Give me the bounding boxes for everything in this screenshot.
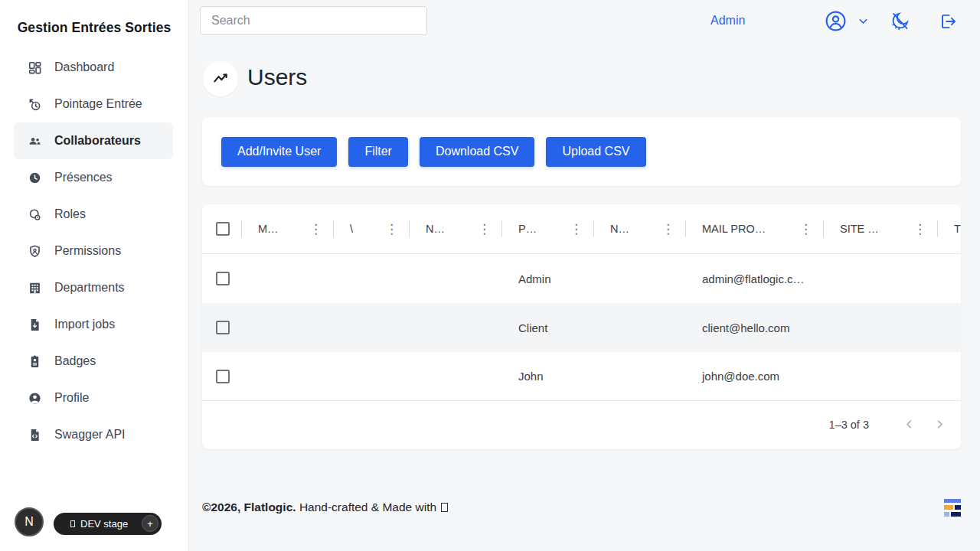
chevron-right-icon — [933, 418, 946, 431]
row-checkbox[interactable] — [216, 272, 230, 285]
sidebar-item-label: Import jobs — [54, 318, 115, 331]
logout-icon — [939, 11, 959, 31]
table-row[interactable]: Admin admin@flatlogic.c… — [202, 254, 961, 303]
missing-glyph-box — [441, 503, 448, 512]
column-header-label: M… — [258, 223, 279, 235]
column-menu-icon[interactable]: ⋮ — [565, 223, 583, 236]
pagination: 1–3 of 3 — [202, 401, 961, 448]
missing-glyph-box — [70, 520, 75, 527]
column-header-label: N… — [426, 223, 445, 235]
theme-toggle-button[interactable] — [890, 11, 910, 31]
footer-brand: Flatlogic. — [244, 500, 296, 514]
cell-name: Client — [501, 303, 593, 352]
add-invite-user-button[interactable]: Add/Invite User — [221, 137, 337, 167]
pagination-range: 1–3 of 3 — [829, 419, 869, 431]
sidebar-item-permissions[interactable]: Permissions — [14, 233, 173, 269]
cell-mail: admin@flatlogic.c… — [685, 254, 823, 303]
dev-avatar-letter: N — [24, 515, 34, 529]
sidebar-item-dashboard[interactable]: Dashboard — [14, 49, 173, 86]
sidebar-item-roles[interactable]: Roles — [14, 196, 173, 233]
sidebar-item-swagger-api[interactable]: Swagger API — [14, 416, 173, 453]
column-header-label: MAIL PRO… — [702, 223, 766, 235]
sidebar-item-label: Swagger API — [54, 428, 126, 442]
search-input[interactable] — [200, 6, 427, 35]
table-header-row: M…⋮ \⋮ N…⋮ P…⋮ N…⋮ MAIL PRO…⋮ SITE …⋮ T⋮ — [202, 204, 961, 254]
sidebar-item-profile[interactable]: Profile — [14, 380, 173, 416]
sidebar-item-collaborateurs[interactable]: Collaborateurs — [14, 122, 173, 159]
column-header-label: T — [954, 223, 961, 235]
sidebar-item-badges[interactable]: Badges — [14, 343, 173, 380]
actions-card: Add/Invite User Filter Download CSV Uplo… — [202, 117, 961, 186]
sidebar-item-label: Permissions — [54, 244, 121, 258]
cell-name: John — [501, 352, 593, 400]
sidebar-item-label: Profile — [54, 391, 89, 405]
sidebar-item-pointage-entree[interactable]: Pointage Entrée — [14, 86, 173, 122]
chevron-down-icon — [857, 15, 870, 28]
column-header-label: \ — [350, 223, 353, 235]
dev-stage-pill[interactable]: DEV stage + — [54, 513, 162, 535]
trending-line-icon — [212, 70, 230, 88]
sidebar-item-label: Roles — [54, 207, 86, 221]
column-menu-icon[interactable]: ⋮ — [305, 223, 322, 236]
row-checkbox[interactable] — [216, 370, 230, 383]
sidebar-item-label: Pointage Entrée — [54, 97, 142, 111]
sidebar-nav: Dashboard Pointage Entrée Collaborateurs… — [0, 49, 188, 453]
clock-icon — [28, 171, 42, 185]
profile-icon — [28, 391, 42, 406]
upload-csv-button[interactable]: Upload CSV — [546, 137, 645, 167]
sidebar-item-departments[interactable]: Departments — [14, 269, 173, 306]
group-icon — [28, 134, 42, 148]
page-icon — [203, 61, 238, 96]
row-checkbox[interactable] — [216, 321, 230, 334]
flatlogic-logo — [944, 499, 961, 517]
building-icon — [28, 281, 42, 295]
filter-button[interactable]: Filter — [348, 137, 408, 167]
account-menu-caret[interactable] — [857, 15, 870, 27]
permissions-badge-icon — [28, 244, 42, 259]
sidebar-item-label: Présences — [54, 171, 113, 184]
plus-icon: + — [147, 518, 153, 530]
chevron-left-icon — [903, 418, 916, 431]
column-menu-icon[interactable]: ⋮ — [657, 223, 675, 236]
column-menu-icon[interactable]: ⋮ — [473, 223, 491, 236]
sidebar-item-presences[interactable]: Présences — [14, 159, 173, 196]
column-header-label: N… — [610, 223, 629, 235]
current-user-label: Admin — [710, 14, 745, 28]
column-menu-icon[interactable]: ⋮ — [909, 223, 926, 236]
dev-stage-plus-button[interactable]: + — [142, 515, 158, 532]
download-csv-button[interactable]: Download CSV — [420, 137, 535, 167]
api-file-icon — [28, 428, 42, 442]
account-circle-icon — [824, 9, 848, 33]
sidebar-item-label: Dashboard — [54, 60, 114, 74]
sidebar-item-import-jobs[interactable]: Import jobs — [14, 306, 173, 343]
cell-mail: client@hello.com — [685, 303, 823, 352]
footer: ©2026, Flatlogic. Hand-crafted & Made wi… — [202, 500, 448, 514]
select-all-checkbox[interactable] — [216, 222, 230, 236]
import-file-icon — [28, 318, 42, 332]
footer-copyright: ©2026, — [202, 500, 240, 514]
column-menu-icon[interactable]: ⋮ — [381, 223, 398, 236]
account-menu-button[interactable] — [824, 9, 848, 33]
dev-avatar[interactable]: N — [15, 507, 44, 536]
next-page-button[interactable] — [929, 414, 950, 435]
dashboard-icon — [28, 60, 42, 75]
users-table: M…⋮ \⋮ N…⋮ P…⋮ N…⋮ MAIL PRO…⋮ SITE …⋮ T⋮… — [202, 204, 961, 449]
roles-icon — [28, 207, 42, 222]
column-header-label: SITE … — [840, 223, 879, 235]
cell-mail: john@doe.com — [685, 352, 823, 400]
dev-stage-label: DEV stage — [80, 518, 128, 530]
logout-button[interactable] — [939, 11, 959, 31]
prev-page-button[interactable] — [898, 414, 920, 435]
column-header-label: P… — [518, 223, 537, 235]
table-row[interactable]: John john@doe.com — [202, 352, 961, 401]
table-row[interactable]: Client client@hello.com — [202, 303, 961, 352]
sidebar: Gestion Entrées Sorties Dashboard Pointa… — [0, 0, 189, 551]
time-entry-icon — [28, 97, 42, 112]
cell-name: Admin — [501, 254, 593, 303]
app-title: Gestion Entrées Sorties — [0, 20, 188, 36]
id-badge-icon — [28, 354, 42, 369]
page-title: Users — [247, 64, 307, 90]
column-menu-icon[interactable]: ⋮ — [795, 223, 812, 236]
sidebar-item-label: Collaborateurs — [54, 134, 141, 148]
dark-mode-off-icon — [890, 11, 910, 31]
